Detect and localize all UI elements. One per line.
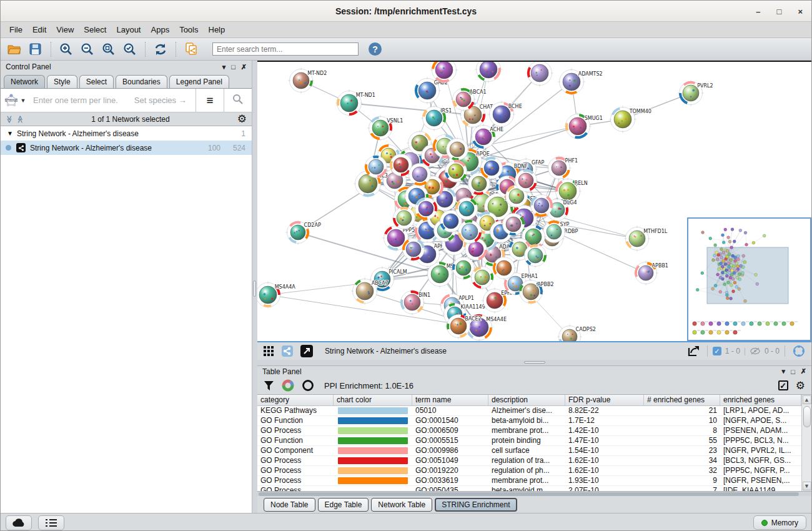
save-session-button[interactable] [27,41,44,58]
set-species-label[interactable]: Set species → [134,96,187,105]
birds-eye-toggle-icon[interactable] [790,342,808,360]
grid-view-icon[interactable] [261,344,276,359]
network-node-ache[interactable]: ACHE [470,124,503,150]
tab-edge-table[interactable]: Edge Table [318,498,369,512]
menu-help[interactable]: Help [204,23,230,36]
network-node-phf1[interactable]: PHF1 [547,156,578,181]
minimize-button[interactable]: – [756,7,760,16]
zoom-out-button[interactable] [79,41,96,58]
menu-tools[interactable]: Tools [174,23,203,36]
select-columns-icon[interactable]: ✓ [778,380,788,390]
network-node-bin1[interactable]: BIN1 [399,289,430,315]
zoom-in-button[interactable] [57,41,75,58]
network-node[interactable] [475,62,502,83]
panel-close-icon[interactable]: ✗ [241,63,247,71]
string-search-icon[interactable] [224,94,252,107]
network-node-cd2ap[interactable]: CD2AP [285,220,321,245]
task-list-button[interactable] [38,515,64,530]
menu-file[interactable]: File [4,23,27,36]
table-row[interactable]: GO ComponentGO:0009986cell surface1.54E-… [257,446,801,456]
network-node-adamts2[interactable]: ADAMTS2 [558,68,603,96]
expand-all-icon[interactable]: ≫ [16,115,24,123]
splitter-grip[interactable] [524,361,545,364]
panel-menu-icon[interactable]: ▾ [222,63,226,71]
tab-select[interactable]: Select [79,75,114,88]
panel-float-icon[interactable]: □ [791,368,795,375]
tab-legend-panel[interactable]: Legend Panel [169,75,229,88]
table-row[interactable]: GO ProcessGO:0051049regulation of tra...… [257,456,801,466]
zoom-selected-button[interactable] [121,41,139,58]
tab-network[interactable]: Network [4,75,45,88]
selected-checkbox-icon[interactable]: ✓ [713,347,721,355]
column-header-enriched-genes[interactable]: enriched genes [720,395,801,405]
network-node-apbb1[interactable]: APBB1 [633,261,668,285]
tab-boundaries[interactable]: Boundaries [116,75,167,88]
column-header--enriched-genes[interactable]: # enriched genes [644,395,720,405]
network-collection-row[interactable]: ▼ String Network - Alzheimer's disease 1 [1,126,252,141]
scroll-thumb[interactable] [259,492,799,496]
zoom-fit-button[interactable] [100,41,117,58]
menu-layout[interactable]: Layout [111,23,146,36]
horizontal-splitter[interactable] [257,360,811,365]
column-header-description[interactable]: description [488,395,565,405]
clone-network-button[interactable] [182,41,200,58]
scroll-down-arrow[interactable]: ▼ [803,482,811,490]
menu-edit[interactable]: Edit [27,23,51,36]
tab-node-table[interactable]: Node Table [264,498,315,512]
network-node-smug1[interactable]: SMUG1 [564,112,603,140]
string-options-menu-icon[interactable]: ≡ [196,94,224,107]
table-vertical-scrollbar[interactable]: ▲ ▼ [801,395,811,490]
column-header-term-name[interactable]: term name [412,395,488,405]
cloud-button[interactable] [6,515,32,530]
network-row-selected[interactable]: String Network - Alzheimer's disease 100… [1,141,252,155]
table-row[interactable]: GO FunctionGO:0005515protein binding1.47… [257,436,801,446]
scroll-up-arrow[interactable]: ▲ [803,395,811,404]
export-network-icon[interactable] [685,342,702,360]
tab-style[interactable]: Style [47,75,77,88]
network-node-mt-nd1[interactable]: MT-ND1 [335,89,375,117]
close-button[interactable]: × [798,7,803,16]
help-icon[interactable]: ? [369,42,382,56]
scroll-thumb[interactable] [803,406,811,427]
refresh-button[interactable] [152,41,169,58]
collapse-all-icon[interactable]: ≫ [5,115,14,123]
network-options-gear-icon[interactable]: ⚙ [237,114,247,124]
panel-float-icon[interactable]: □ [231,63,235,71]
menu-apps[interactable]: Apps [146,23,175,36]
maximize-button[interactable]: □ [777,7,782,16]
detach-view-icon[interactable] [299,343,315,359]
column-header-category[interactable]: category [257,395,334,405]
table-row[interactable]: GO ProcessGO:0019220regulation of ph...1… [257,466,801,476]
panel-splitter[interactable] [252,61,257,513]
column-header-chart-color[interactable]: chart color [334,395,412,405]
network-node-mthfd1l[interactable]: MTHFD1L [624,226,668,252]
string-protein-query-icon[interactable]: STRING ▼ [1,93,28,108]
network-canvas[interactable]: MT-ND2MT-ND1VSNL1GAB2IRS1CHATBCHEACHEABC… [257,61,811,341]
table-row[interactable]: GO ProcessGO:0006509membrane prot...1.42… [257,426,801,436]
table-horizontal-scrollbar[interactable] [257,492,811,497]
enrichment-chart-icon[interactable] [282,379,294,392]
string-query-placeholder[interactable]: Enter one term per line. [33,96,118,105]
tab-network-table[interactable]: Network Table [371,498,432,512]
table-row[interactable]: GO FunctionGO:0001540beta-amyloid bi...1… [257,416,801,426]
network-node-ms4a4a[interactable]: MS4A4A [257,281,295,309]
string-view-icon[interactable] [280,344,295,359]
table-row[interactable]: GO ProcessGO:0050435beta-amyloid m...2.0… [257,486,801,491]
network-node-bche[interactable]: BCHE [488,101,522,128]
search-input[interactable] [212,42,359,56]
table-row[interactable]: KEGG Pathways05010Alzheimer's dise...8.8… [257,406,801,416]
network-node-tomm40[interactable]: TOMM40 [609,106,651,133]
memory-button[interactable]: Memory [753,515,806,530]
splitter-grip[interactable] [253,280,256,297]
network-node-pvrl2[interactable]: PVRL2 [678,80,713,106]
open-session-button[interactable] [6,41,23,58]
birds-eye-view[interactable] [687,217,811,341]
collection-expander-icon[interactable]: ▼ [7,130,13,137]
filter-icon[interactable] [264,380,274,391]
panel-close-icon[interactable]: ✗ [801,367,806,375]
network-node-vsnl1[interactable]: VSNL1 [367,115,403,141]
table-row[interactable]: GO ProcessGO:0033619membrane prot...1.93… [257,476,801,486]
panel-menu-icon[interactable]: ▾ [782,367,786,375]
tab-string-enrichment[interactable]: STRING Enrichment [435,498,517,512]
column-header-FDR-p-value[interactable]: FDR p-value [565,395,644,405]
